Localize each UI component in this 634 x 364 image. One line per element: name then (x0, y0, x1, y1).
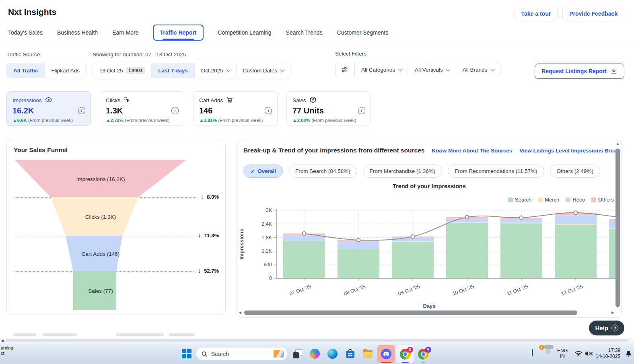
request-listings-report-button[interactable]: Request Listings Report (535, 64, 624, 79)
bar-segment-reco (283, 236, 325, 241)
request-listings-report-label: Request Listings Report (541, 68, 607, 74)
nav-tab-traffic-report[interactable]: Traffic Report (153, 25, 203, 41)
nav-tab-search-trends[interactable]: Search Trends (286, 29, 323, 36)
info-icon[interactable]: i (358, 107, 365, 114)
provide-feedback-button[interactable]: Provide Feedback (562, 7, 624, 20)
chevron-down-icon (490, 67, 495, 71)
info-icon[interactable]: i (265, 107, 272, 114)
info-icon[interactable]: i (171, 107, 179, 114)
traffic-source-option-all-traffic[interactable]: All Traffic (7, 63, 45, 78)
metric-value: 77 Units (292, 106, 365, 115)
source-pill-overall[interactable]: ✓Overall (243, 165, 283, 178)
duration-option-label: 13 Oct 25 (99, 68, 123, 74)
metric-label: Cart Adds (199, 96, 272, 105)
scroll-up-arrow[interactable]: ▲ (616, 142, 620, 146)
nav-tab-earn-more[interactable]: Earn More (112, 29, 138, 36)
metric-delta: ▲2.72% (From previous week) (106, 118, 178, 123)
vertical-scroll-thumb[interactable] (615, 148, 620, 307)
traffic-source-option-flipkart-ads[interactable]: Flipkart Ads (45, 63, 86, 78)
bar-segment-merch (392, 241, 434, 242)
legend-item-merch[interactable]: Merch (538, 197, 559, 203)
bar-segment-search (338, 249, 379, 278)
know-more-link[interactable]: Know More About The Sources (432, 148, 512, 154)
volume-muted-icon[interactable] (584, 350, 593, 358)
view-listings-link[interactable]: View Listings Level Impressions Break-up (519, 148, 622, 154)
y-axis-title: Impressions (239, 229, 245, 260)
page-horizontal-scrollbar[interactable]: ◀ (0, 338, 634, 343)
x-tick-label: 09 Oct '25 (397, 284, 421, 297)
filter-dropdown-label: All Brands (463, 67, 488, 73)
nav-tab-competition-learning[interactable]: Competition Learning (218, 29, 272, 36)
windows-start-button[interactable] (182, 349, 191, 358)
pill-label: Overall (257, 168, 276, 174)
microsoft-store-icon[interactable] (345, 349, 355, 359)
bar-segment-merch (283, 241, 325, 241)
legend-item-search[interactable]: Search (508, 197, 531, 203)
metric-card-cart-adds[interactable]: Cart Adds146▲1.81% (From previous week)i (193, 91, 278, 126)
nav-tab-customer-segments[interactable]: Customer Segments (337, 29, 389, 36)
source-pill-others-2-49[interactable]: Others (2.49%) (550, 165, 601, 178)
latest-badge: Latest (126, 67, 145, 74)
taskbar-search-box[interactable]: Search (196, 347, 288, 360)
metric-label-text: Clicks (106, 97, 120, 103)
metric-delta-value: ▲1.81% (199, 118, 217, 123)
duration-option-last-7-days[interactable]: Last 7 days (151, 63, 194, 78)
filter-dropdown-all-brands[interactable]: All Brands (456, 62, 500, 77)
bar-segment-search (392, 242, 434, 278)
chrome-v-open-indicator (422, 362, 425, 363)
source-pill-from-recommendations-11-57[interactable]: From Recommendations (11.57%) (448, 165, 544, 178)
duration-option-custom-dates[interactable]: Custom Dates (236, 63, 290, 78)
edge-browser-icon[interactable] (327, 349, 338, 359)
help-button[interactable]: Help ? (589, 321, 624, 335)
chrome-profile-d-icon[interactable]: D (396, 345, 414, 363)
chart-vertical-scrollbar[interactable]: ▲ ▼ (615, 142, 620, 308)
scroll-down-arrow[interactable]: ▼ (616, 305, 620, 308)
taskbar-clock[interactable]: 17:39 14-10-2025 (596, 348, 620, 360)
horizontal-scroll-thumb[interactable] (244, 311, 577, 315)
duration-option-13-oct-25[interactable]: 13 Oct 25Latest (93, 63, 151, 78)
clipped-section-text (169, 333, 195, 336)
scroll-right-arrow[interactable]: ▶ (611, 311, 614, 315)
metric-label-text: Sales (292, 97, 306, 103)
pill-label: Others (2.49%) (557, 168, 594, 174)
filter-dropdown-all-categories[interactable]: All Categories (354, 62, 408, 77)
legend-item-others[interactable]: Others (591, 197, 614, 203)
nav-tab-today-s-sales[interactable]: Today's Sales (8, 29, 43, 36)
page-scroll-left-arrow[interactable]: ◀ (1, 339, 4, 343)
legend-swatch (508, 197, 513, 202)
y-tick-label: 2.4K (261, 221, 272, 227)
source-pill-from-merchandise-1-36[interactable]: From Merchandise (1.36%) (363, 165, 443, 178)
legend-item-reco[interactable]: Reco (566, 197, 585, 203)
tray-show-hidden-icons[interactable] (532, 350, 533, 357)
x-tick-label: 10 Oct '25 (452, 284, 475, 297)
page-scroll-thumb[interactable] (5, 339, 629, 342)
pill-label: From Search (84.58%) (295, 168, 350, 174)
help-question-icon: ? (611, 325, 618, 331)
language-indicator[interactable]: ENGIN (557, 348, 568, 359)
y-tick-label: 1.2K (261, 248, 272, 254)
nav-tab-business-health[interactable]: Business Health (57, 29, 98, 36)
duration-option-oct-2025[interactable]: Oct 2025 (194, 63, 236, 78)
filter-dropdown-all-verticals[interactable]: All Verticals (408, 62, 456, 77)
filter-dropdown-label: All Categories (361, 67, 395, 73)
take-a-tour-button[interactable]: Take a tour (515, 7, 558, 20)
chrome-profile-v-icon[interactable]: V (414, 345, 432, 363)
filter-sliders-icon[interactable] (336, 62, 354, 77)
file-explorer-icon[interactable] (363, 349, 373, 359)
copilot-icon[interactable] (310, 349, 320, 359)
source-pill-from-search-84-58[interactable]: From Search (84.58%) (288, 165, 357, 178)
bar-segment-merch (338, 249, 379, 249)
metric-label: Impressions (12, 96, 85, 105)
metric-card-clicks[interactable]: Clicks1.3K▲2.72% (From previous week)i (100, 91, 184, 126)
notifications-bell-icon[interactable]: z (625, 350, 632, 359)
scroll-left-arrow[interactable]: ◀ (239, 311, 241, 315)
wifi-icon[interactable] (574, 350, 583, 358)
task-view-icon[interactable] (292, 349, 303, 359)
info-icon[interactable]: i (78, 107, 85, 114)
metric-card-sales[interactable]: Sales77 Units▲2.00% (From previous week)… (286, 91, 371, 126)
metric-card-impressions[interactable]: Impressions16.2K▲6.6K (From previous wee… (6, 91, 91, 126)
pill-label: From Recommendations (11.57%) (455, 168, 537, 174)
x-tick-label: 12 Oct '25 (560, 284, 584, 297)
chart-horizontal-scrollbar[interactable]: ◀ ▶ (239, 310, 614, 315)
discord-icon[interactable] (377, 345, 395, 363)
